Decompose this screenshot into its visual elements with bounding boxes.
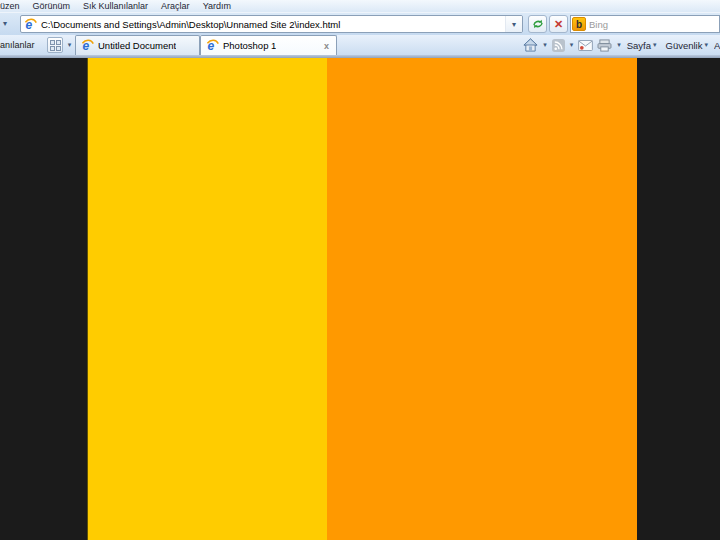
mail-icon <box>578 40 593 51</box>
address-bar-row: ▾ e C:\Documents and Settings\Admin\Desk… <box>0 13 720 35</box>
home-dropdown[interactable]: ▾ <box>540 41 550 49</box>
tab-photoshop-1[interactable]: e Photoshop 1 x <box>200 35 337 55</box>
favorites-bar-button-partial[interactable]: anılanlar <box>0 40 35 50</box>
tab-title: Photoshop 1 <box>223 40 276 51</box>
tab-untitled-document[interactable]: e Untitled Document <box>75 35 200 55</box>
rss-icon <box>552 39 565 52</box>
search-placeholder: Bing <box>589 19 608 30</box>
quick-tabs-button[interactable] <box>47 37 63 53</box>
feeds-dropdown[interactable]: ▾ <box>567 41 577 49</box>
refresh-icon <box>532 18 544 30</box>
chevron-down-icon[interactable]: ▾ <box>3 19 7 28</box>
menu-tools[interactable]: Araçlar <box>161 1 190 11</box>
page-menu-label: Sayfa <box>627 40 651 51</box>
home-icon <box>523 38 538 52</box>
safety-menu-button[interactable]: Güvenlik ▾ <box>663 40 714 51</box>
address-url: C:\Documents and Settings\Admin\Desktop\… <box>41 19 505 30</box>
address-dropdown-button[interactable]: ▾ <box>505 16 522 32</box>
menu-view[interactable]: Görünüm <box>33 1 71 11</box>
printer-icon <box>597 39 612 52</box>
menu-bar: üzen Görünüm Sık Kullanılanlar Araçlar Y… <box>0 0 720 13</box>
ie-tab-icon: e <box>81 39 94 52</box>
address-bar[interactable]: e C:\Documents and Settings\Admin\Deskto… <box>20 15 523 33</box>
print-button[interactable] <box>595 39 614 52</box>
tab-bar: anılanlar ▾ e Untitled Document e Photos… <box>0 35 720 55</box>
orange-column <box>327 58 637 540</box>
bing-icon: b <box>572 17 586 31</box>
stop-button[interactable]: ✕ <box>549 15 568 33</box>
close-tab-icon[interactable]: x <box>324 41 329 51</box>
yellow-column <box>87 58 327 540</box>
chevron-down-icon: ▾ <box>651 41 660 49</box>
ie-page-icon: e <box>24 18 37 31</box>
tab-title: Untitled Document <box>98 40 176 51</box>
safety-menu-label: Güvenlik <box>666 40 703 51</box>
browser-window: üzen Görünüm Sık Kullanılanlar Araçlar Y… <box>0 0 720 540</box>
command-bar: ▾ ▾ <box>521 35 720 55</box>
page-content <box>0 58 720 540</box>
refresh-button[interactable] <box>528 15 547 33</box>
menu-edit[interactable]: üzen <box>0 1 20 11</box>
print-dropdown[interactable]: ▾ <box>614 41 624 49</box>
home-button[interactable] <box>521 38 540 52</box>
page-menu-button[interactable]: Sayfa ▾ <box>624 40 663 51</box>
ie-tab-icon: e <box>206 39 219 52</box>
chevron-down-icon: ▾ <box>702 41 711 49</box>
tab-list-dropdown-button[interactable]: ▾ <box>64 37 75 53</box>
read-mail-button[interactable] <box>576 40 595 51</box>
menu-favorites[interactable]: Sık Kullanılanlar <box>83 1 148 11</box>
tools-menu-button-partial[interactable]: Araçlar <box>714 40 720 51</box>
menu-help[interactable]: Yardım <box>203 1 231 11</box>
feeds-button[interactable] <box>550 39 567 52</box>
search-box[interactable]: b Bing <box>570 15 720 33</box>
